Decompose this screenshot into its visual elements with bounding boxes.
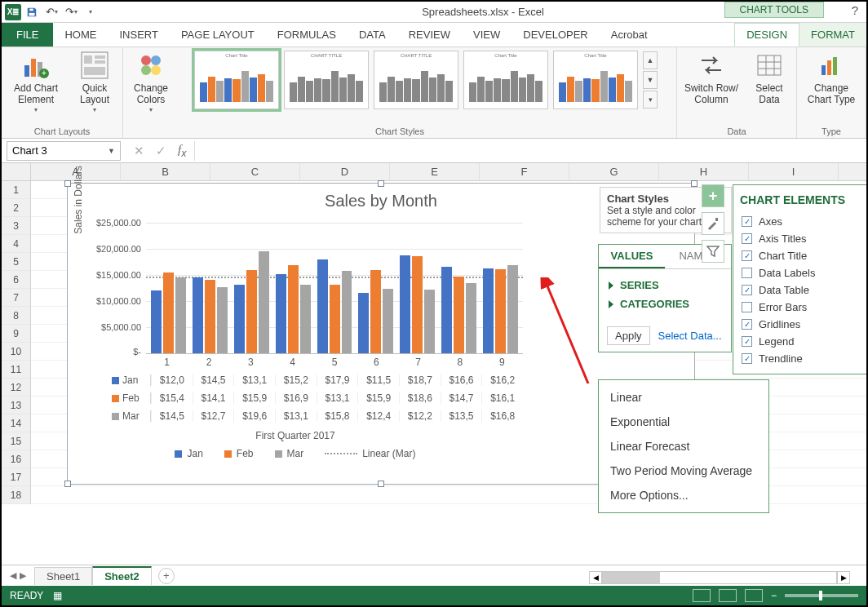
tab-view[interactable]: VIEW bbox=[462, 23, 512, 47]
bar-feb-1[interactable] bbox=[163, 272, 174, 353]
formula-bar-input[interactable] bbox=[194, 141, 866, 161]
row-header[interactable]: 18 bbox=[2, 486, 31, 504]
categories-header[interactable]: CATEGORIES bbox=[607, 295, 723, 313]
row-header[interactable]: 6 bbox=[2, 271, 31, 289]
fx-icon[interactable]: fx bbox=[178, 143, 186, 159]
enter-formula-button[interactable]: ✓ bbox=[156, 144, 166, 158]
checkbox[interactable]: ✓ bbox=[742, 336, 752, 347]
bar-mar-9[interactable] bbox=[507, 265, 518, 353]
bar-feb-5[interactable] bbox=[330, 285, 340, 353]
checkbox[interactable]: ✓ bbox=[742, 353, 752, 364]
name-box[interactable]: Chart 3 ▼ bbox=[7, 141, 121, 161]
scroll-right-button[interactable]: ▶ bbox=[837, 571, 850, 584]
sheet-prev-button[interactable]: ◀ bbox=[10, 570, 16, 581]
checkbox[interactable]: ✓ bbox=[742, 285, 752, 295]
checkbox[interactable] bbox=[742, 268, 752, 278]
help-button[interactable]: ? bbox=[852, 3, 858, 17]
bar-mar-6[interactable] bbox=[383, 289, 393, 353]
tab-insert[interactable]: INSERT bbox=[108, 23, 169, 47]
chart-element-data-table[interactable]: ✓Data Table bbox=[740, 281, 866, 299]
bar-mar-4[interactable] bbox=[300, 285, 311, 353]
col-header[interactable]: G bbox=[569, 163, 659, 180]
cancel-formula-button[interactable]: ✕ bbox=[134, 144, 144, 158]
tab-formulas[interactable]: FORMULAS bbox=[266, 23, 348, 47]
row-header[interactable]: 15 bbox=[2, 432, 31, 450]
qat-customize-button[interactable]: ▾ bbox=[82, 3, 100, 21]
bar-jan-5[interactable] bbox=[317, 259, 328, 353]
bar-feb-2[interactable] bbox=[205, 280, 215, 353]
menu-item-moving-average[interactable]: Two Period Moving Average bbox=[599, 459, 768, 483]
chart-style-5[interactable]: Chart Title bbox=[553, 51, 638, 109]
tab-format[interactable]: FORMAT bbox=[799, 23, 866, 47]
horizontal-scrollbar[interactable]: ◀ ▶ bbox=[589, 571, 850, 584]
row-header[interactable]: 7 bbox=[2, 289, 31, 307]
resize-handle[interactable] bbox=[378, 180, 384, 187]
undo-button[interactable]: ↶▾ bbox=[42, 3, 60, 21]
scroll-left-button[interactable]: ◀ bbox=[589, 571, 602, 584]
tab-file[interactable]: FILE bbox=[2, 23, 53, 47]
col-header[interactable]: C bbox=[210, 163, 300, 180]
resize-handle[interactable] bbox=[64, 481, 71, 487]
bar-mar-8[interactable] bbox=[466, 283, 476, 353]
tab-design[interactable]: DESIGN bbox=[734, 23, 799, 47]
row-header[interactable]: 12 bbox=[2, 379, 31, 397]
new-sheet-button[interactable]: + bbox=[158, 568, 175, 584]
chart-element-error-bars[interactable]: Error Bars bbox=[740, 299, 866, 316]
tab-page-layout[interactable]: PAGE LAYOUT bbox=[170, 23, 266, 47]
chart-element-chart-title[interactable]: ✓Chart Title bbox=[740, 247, 866, 264]
chart-style-2[interactable]: CHART TITLE bbox=[284, 51, 369, 109]
checkbox[interactable]: ✓ bbox=[742, 319, 752, 330]
bar-feb-9[interactable] bbox=[495, 269, 506, 353]
chart-element-trendline[interactable]: ✓Trendline▶ bbox=[740, 350, 866, 367]
scroll-thumb[interactable] bbox=[603, 572, 660, 583]
bar-jan-1[interactable] bbox=[151, 290, 162, 353]
select-all-button[interactable] bbox=[2, 163, 31, 180]
bar-feb-8[interactable] bbox=[454, 277, 464, 353]
bar-jan-6[interactable] bbox=[358, 293, 369, 353]
chart-element-legend[interactable]: ✓Legend bbox=[740, 333, 866, 350]
chart-styles-button[interactable] bbox=[702, 212, 724, 235]
tab-acrobat[interactable]: Acrobat bbox=[600, 23, 659, 47]
zoom-thumb[interactable] bbox=[819, 591, 822, 600]
bar-mar-7[interactable] bbox=[424, 290, 435, 353]
zoom-slider[interactable] bbox=[785, 594, 858, 597]
row-header[interactable]: 5 bbox=[2, 253, 31, 271]
row-header[interactable]: 14 bbox=[2, 414, 31, 432]
row-header[interactable]: 13 bbox=[2, 397, 31, 414]
menu-item-linear-forecast[interactable]: Linear Forecast bbox=[599, 434, 768, 459]
bar-feb-4[interactable] bbox=[288, 265, 299, 353]
view-page-break-button[interactable] bbox=[745, 589, 763, 602]
chart-element-axis-titles[interactable]: ✓Axis Titles bbox=[740, 230, 866, 247]
row-header[interactable]: 8 bbox=[2, 307, 31, 325]
bar-mar-2[interactable] bbox=[217, 287, 228, 353]
view-normal-button[interactable] bbox=[693, 589, 711, 602]
bar-mar-1[interactable] bbox=[175, 277, 186, 353]
tab-developer[interactable]: DEVELOPER bbox=[512, 23, 599, 47]
quick-layout-button[interactable]: Quick Layout▾ bbox=[72, 51, 117, 113]
bar-jan-4[interactable] bbox=[276, 274, 286, 353]
change-colors-button[interactable]: Change Colors▾ bbox=[128, 51, 174, 113]
sheet-next-button[interactable]: ▶ bbox=[20, 570, 26, 581]
col-header[interactable]: I bbox=[749, 163, 839, 180]
select-data-link[interactable]: Select Data... bbox=[658, 330, 722, 342]
chart-style-1[interactable]: Chart Title bbox=[194, 51, 279, 109]
menu-item-more-options[interactable]: More Options... bbox=[599, 483, 768, 507]
col-header[interactable]: D bbox=[300, 163, 390, 180]
tab-review[interactable]: REVIEW bbox=[397, 23, 462, 47]
bar-jan-3[interactable] bbox=[234, 285, 245, 353]
view-page-layout-button[interactable] bbox=[719, 589, 737, 602]
values-tab[interactable]: VALUES bbox=[599, 245, 665, 268]
row-header[interactable]: 9 bbox=[2, 325, 31, 343]
chart-element-gridlines[interactable]: ✓Gridlines bbox=[740, 316, 866, 333]
bar-mar-5[interactable] bbox=[342, 271, 352, 353]
bar-mar-3[interactable] bbox=[259, 251, 269, 353]
legend[interactable]: Jan Feb Mar Linear (Mar) bbox=[68, 448, 523, 459]
sheet-tab-2[interactable]: Sheet2 bbox=[92, 566, 152, 585]
chart-element-data-labels[interactable]: Data Labels bbox=[740, 264, 866, 281]
apply-button[interactable]: Apply bbox=[607, 326, 650, 345]
chart-object[interactable]: Sales by Month Sales in Dollars $25,000.… bbox=[67, 183, 695, 485]
row-header[interactable]: 11 bbox=[2, 361, 31, 379]
save-button[interactable] bbox=[23, 3, 41, 21]
row-header[interactable]: 16 bbox=[2, 450, 31, 468]
switch-row-column-button[interactable]: Switch Row/ Column bbox=[682, 51, 741, 106]
